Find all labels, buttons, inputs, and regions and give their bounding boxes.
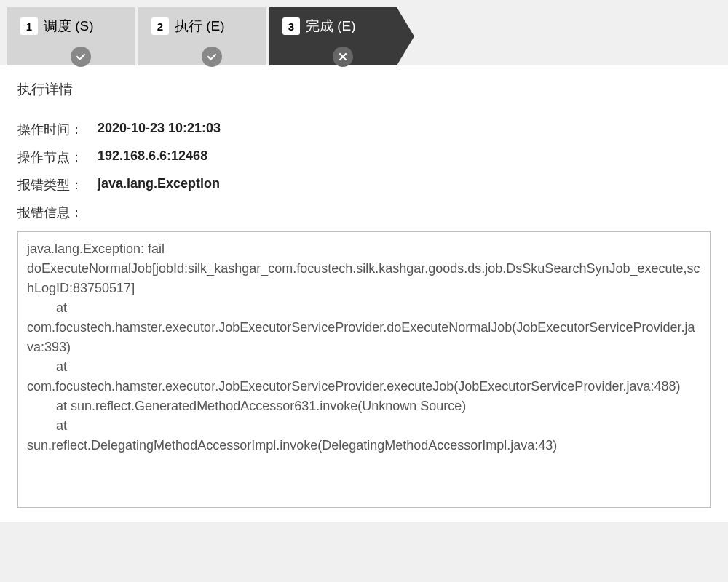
detail-value: 192.168.6.6:12468: [98, 148, 207, 166]
check-icon: [71, 47, 91, 67]
section-title: 执行详情: [17, 80, 711, 99]
tabs-bar: 1 调度 (S) 2 执行 (E) 3 完成 (E): [0, 0, 728, 65]
tab-label: 调度 (S): [44, 17, 94, 35]
error-message-box[interactable]: java.lang.Exception: fail doExecuteNorma…: [17, 231, 711, 508]
tab-number: 1: [20, 17, 38, 35]
tab-complete[interactable]: 3 完成 (E): [269, 7, 397, 65]
content-panel: 执行详情 操作时间： 2020-10-23 10:21:03 操作节点： 192…: [0, 65, 728, 522]
detail-label: 报错信息：: [17, 204, 98, 221]
detail-row-node: 操作节点： 192.168.6.6:12468: [17, 148, 711, 166]
tab-execute[interactable]: 2 执行 (E): [138, 7, 266, 65]
detail-row-error-info-label: 报错信息：: [17, 204, 711, 221]
close-icon: [333, 47, 353, 67]
detail-row-time: 操作时间： 2020-10-23 10:21:03: [17, 121, 711, 138]
tab-number: 3: [282, 17, 300, 35]
tab-number: 2: [151, 17, 169, 35]
check-icon: [202, 47, 222, 67]
detail-label: 操作时间：: [17, 121, 98, 138]
tab-schedule[interactable]: 1 调度 (S): [7, 7, 135, 65]
tab-label: 完成 (E): [306, 17, 356, 35]
tab-label: 执行 (E): [175, 17, 225, 35]
detail-value: 2020-10-23 10:21:03: [98, 121, 221, 138]
detail-row-error-type: 报错类型： java.lang.Exception: [17, 176, 711, 194]
detail-label: 操作节点：: [17, 148, 98, 166]
detail-value: java.lang.Exception: [98, 176, 220, 194]
detail-label: 报错类型：: [17, 176, 98, 194]
